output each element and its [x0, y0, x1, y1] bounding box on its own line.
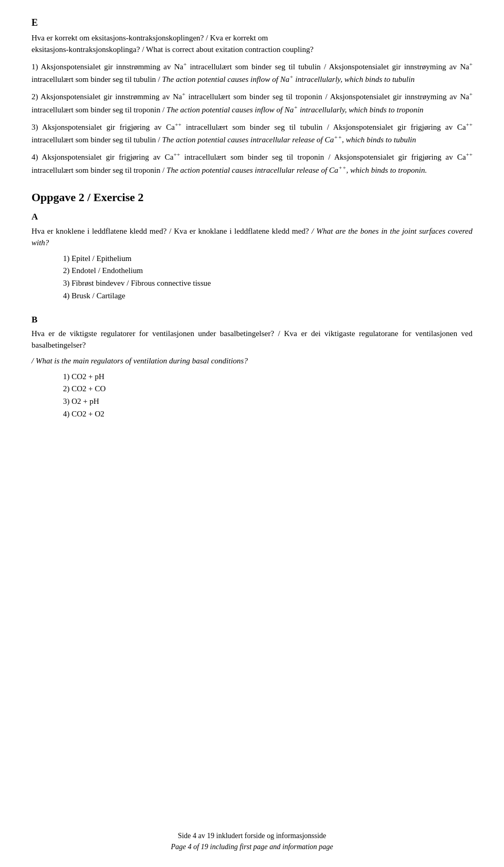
- qb-question-text: Hva er de viktigste regulatorer for vent…: [32, 329, 472, 349]
- opt3-text3: intracellulært som binder seg til tubuli…: [32, 135, 162, 144]
- opt1-italic2: intracellularly, which binds to tubulin: [293, 75, 415, 83]
- qb-opt2: 2) CO2 + CO: [63, 383, 472, 395]
- opt3-text-start: 3) Aksjonspotensialet gir frigjøring av …: [32, 123, 175, 131]
- qa-question-text: Hva er knoklene i leddflatene kledd med?…: [32, 227, 309, 235]
- opt3-sup2: ++: [466, 121, 472, 128]
- footer-normal: Side 4 av 19 inkludert forside og inform…: [0, 831, 504, 841]
- opt1-text-start: 1) Aksjonspotensialet gir innstrømming a…: [32, 62, 183, 71]
- qb-options: 1) CO2 + pH 2) CO2 + CO 3) O2 + pH 4) CO…: [63, 371, 472, 420]
- page-footer: Side 4 av 19 inkludert forside og inform…: [0, 831, 504, 852]
- q1-line2: eksitasjons-kontraksjonskoplinga? / What…: [32, 45, 313, 54]
- opt4-sup3: ++: [338, 164, 346, 171]
- opt1-italic: The action potential causes inflow of Na: [162, 75, 290, 83]
- qb-opt1: 1) CO2 + pH: [63, 371, 472, 383]
- exercise-2-section: Oppgave 2 / Exercise 2 A Hva er knoklene…: [32, 189, 472, 420]
- qa-question: Hva er knoklene i leddflatene kledd med?…: [32, 226, 472, 249]
- option-1-block: 1) Aksjonspotensialet gir innstrømming a…: [32, 60, 472, 86]
- opt2-italic: The action potential causes inflow of Na: [166, 106, 294, 114]
- qb-question: Hva er de viktigste regulatorer for vent…: [32, 328, 472, 351]
- option-3-block: 3) Aksjonspotensialet gir frigjøring av …: [32, 120, 472, 147]
- exercise-2-heading: Oppgave 2 / Exercise 2: [32, 189, 472, 206]
- footer-italic: Page 4 of 19 including first page and in…: [0, 842, 504, 852]
- qa-opt3: 3) Fibrøst bindevev / Fibrous connective…: [63, 278, 472, 289]
- opt3-sup1: ++: [175, 121, 182, 128]
- opt2-text3: intracellulært som binder seg til tropon…: [32, 106, 166, 114]
- qb-opt4: 4) CO2 + O2: [63, 409, 472, 420]
- section-a-block: A Hva er knoklene i leddflatene kledd me…: [32, 211, 472, 301]
- section-a-letter: A: [32, 211, 472, 224]
- question-e-header: Hva er korrekt om eksitasjons-kontraksjo…: [32, 33, 472, 56]
- qa-options: 1) Epitel / Epithelium 2) Endotel / Endo…: [63, 253, 472, 302]
- opt4-text-start: 4) Aksjonspotensialet gir frigjøring av …: [32, 153, 173, 161]
- opt2-text-start: 2) Aksjonspotensialet gir innstrømming a…: [32, 92, 182, 101]
- opt4-sup1: ++: [173, 151, 180, 158]
- opt1-sup2: +: [469, 61, 472, 67]
- qb-opt3: 3) O2 + pH: [63, 396, 472, 408]
- opt2-sup3: +: [294, 104, 298, 110]
- qa-opt2: 2) Endotel / Endothelium: [63, 265, 472, 277]
- qa-opt1: 1) Epitel / Epithelium: [63, 253, 472, 265]
- q1-line1: Hva er korrekt om eksitasjons-kontraksjo…: [32, 34, 268, 42]
- opt4-text2: intracellulært som binder seg til tropon…: [180, 153, 466, 161]
- option-4-block: 4) Aksjonspotensialet gir frigjøring av …: [32, 150, 472, 176]
- opt2-sup2: +: [469, 91, 472, 97]
- opt3-italic2: , which binds to tubulin: [342, 135, 416, 144]
- opt4-sup2: ++: [466, 151, 472, 158]
- section-b-letter: B: [32, 314, 472, 327]
- qa-opt4: 4) Brusk / Cartilage: [63, 290, 472, 302]
- opt4-text3: intracellulært som binder seg til tropon…: [32, 166, 166, 174]
- opt4-italic2: , which binds to troponin.: [346, 166, 427, 174]
- opt2-text2: intracellulært som binder seg til tropon…: [185, 92, 469, 101]
- opt3-text2: intracellulært som binder seg til tubuli…: [182, 123, 466, 131]
- opt1-text3: intracellulært som binder seg til tubuli…: [32, 75, 162, 83]
- opt2-italic2: intracellularly, which binds to troponin: [298, 106, 423, 114]
- opt3-italic: The action potential causes intracellula…: [162, 135, 334, 144]
- option-2-block: 2) Aksjonspotensialet gir innstrømming a…: [32, 90, 472, 116]
- qb-italic: / What is the main regulators of ventila…: [32, 357, 248, 365]
- opt1-text2: intracellulært som binder seg til tubuli…: [187, 62, 469, 71]
- section-e: E Hva er korrekt om eksitasjons-kontraks…: [32, 16, 472, 176]
- section-e-letter: E: [32, 16, 472, 29]
- opt4-italic: The action potential causes intracellula…: [166, 166, 338, 174]
- opt3-sup3: ++: [334, 134, 342, 140]
- qb-italic-text: / What is the main regulators of ventila…: [32, 356, 472, 367]
- opt1-sup3: +: [289, 74, 293, 80]
- section-b-block: B Hva er de viktigste regulatorer for ve…: [32, 314, 472, 420]
